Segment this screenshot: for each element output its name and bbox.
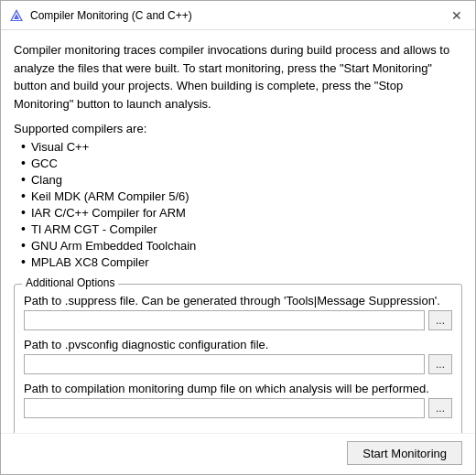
- field-input-1[interactable]: [24, 354, 425, 374]
- options-group: Additional Options Path to .suppress fil…: [14, 284, 462, 433]
- field-input-0[interactable]: [24, 310, 425, 330]
- compiler-list-item: TI ARM CGT - Compiler: [21, 221, 462, 236]
- compiler-list-item: GCC: [21, 156, 462, 170]
- browse-button-2[interactable]: ...: [428, 398, 452, 418]
- compiler-list-item: Visual C++: [21, 139, 462, 154]
- browse-button-0[interactable]: ...: [428, 310, 452, 330]
- compiler-list-item: Keil MDK (ARM Compiler 5/6): [21, 189, 462, 203]
- fields-container: Path to .suppress file. Can be generated…: [24, 294, 452, 418]
- content-area: Compiler monitoring traces compiler invo…: [1, 30, 475, 433]
- window-title: Compiler Monitoring (C and C++): [30, 9, 446, 22]
- compiler-list-item: Clang: [21, 172, 462, 187]
- app-logo: [8, 7, 25, 24]
- field-label-1: Path to .pvsconfig diagnostic configurat…: [24, 338, 452, 351]
- start-monitoring-button[interactable]: Start Monitoring: [347, 441, 462, 465]
- field-row-2: ...: [24, 398, 452, 418]
- main-window: Compiler Monitoring (C and C++) ✕ Compil…: [0, 0, 476, 475]
- field-row-0: ...: [24, 310, 452, 330]
- compiler-list-item: MPLAB XC8 Compiler: [21, 254, 462, 269]
- field-label-2: Path to compilation monitoring dump file…: [24, 382, 452, 395]
- browse-button-1[interactable]: ...: [428, 354, 452, 374]
- field-group-1: Path to .pvsconfig diagnostic configurat…: [24, 338, 452, 374]
- field-group-0: Path to .suppress file. Can be generated…: [24, 294, 452, 330]
- footer: Start Monitoring: [1, 433, 475, 474]
- field-group-2: Path to compilation monitoring dump file…: [24, 382, 452, 418]
- compiler-list: Visual C++GCCClangKeil MDK (ARM Compiler…: [14, 139, 462, 271]
- field-input-2[interactable]: [24, 398, 425, 418]
- close-button[interactable]: ✕: [446, 5, 468, 27]
- compiler-list-item: GNU Arm Embedded Toolchain: [21, 238, 462, 253]
- compiler-list-item: IAR C/C++ Compiler for ARM: [21, 205, 462, 220]
- titlebar: Compiler Monitoring (C and C++) ✕: [1, 1, 475, 30]
- supported-label: Supported compilers are:: [14, 122, 462, 135]
- field-row-1: ...: [24, 354, 452, 374]
- field-label-0: Path to .suppress file. Can be generated…: [24, 294, 452, 308]
- options-legend: Additional Options: [22, 276, 118, 289]
- description-text: Compiler monitoring traces compiler invo…: [14, 41, 462, 113]
